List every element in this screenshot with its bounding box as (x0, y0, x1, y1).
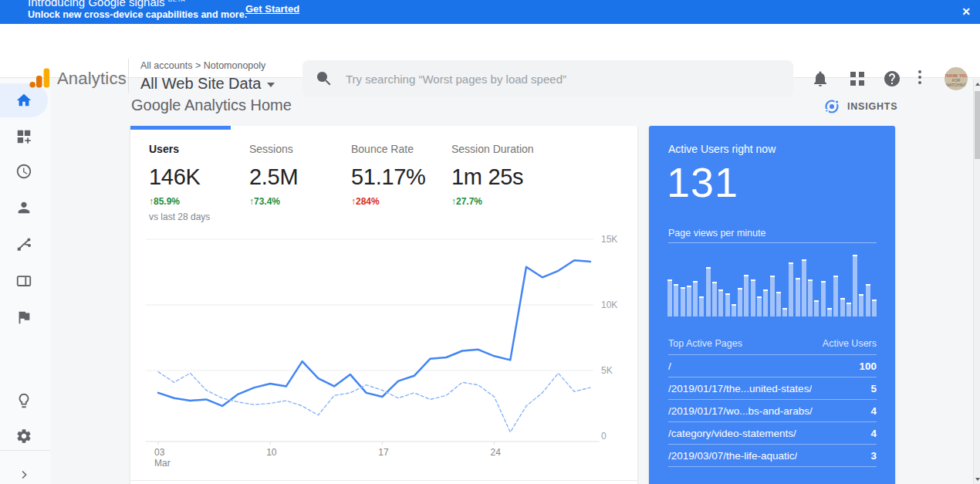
metric-delta: ↑73.4% (249, 196, 351, 207)
scrollbar-thumb[interactable] (975, 91, 980, 159)
sidebar-item-customization[interactable] (7, 120, 41, 154)
sidebar-collapse-button[interactable] (7, 458, 41, 484)
apps-grid-icon[interactable] (850, 72, 864, 86)
analytics-logo-icon[interactable] (28, 66, 51, 90)
metric-label: Bounce Rate (351, 143, 451, 155)
scroll-up-button[interactable] (974, 79, 980, 89)
metric-tab-bounce-rate[interactable]: Bounce Rate51.17%↑284% (351, 143, 451, 222)
page-path[interactable]: /category/video-statements/ (668, 428, 796, 439)
table-header: Top Active Pages Active Users (668, 333, 877, 354)
page-active-users: 4 (870, 428, 877, 439)
active-page-row[interactable]: /2019/03/07/the-life-aquatic/3 (668, 444, 877, 466)
pageviews-bar (782, 308, 787, 316)
more-options-icon[interactable] (918, 70, 921, 84)
sidebar-item-conversions-flag[interactable] (7, 300, 41, 334)
x-axis-tick-24: 24 (491, 447, 502, 458)
promo-subtitle: Unlock new cross-device capabilities and… (28, 9, 247, 20)
line-series-previous-period (158, 372, 590, 432)
sidebar-item-discover-lightbulb[interactable] (7, 384, 41, 418)
pageviews-bar (814, 300, 819, 316)
pageviews-bar (681, 287, 685, 316)
page-active-users: 5 (870, 383, 877, 394)
pageviews-bar (853, 255, 857, 316)
pageviews-bar (763, 289, 768, 316)
metric-delta: ↑85.9% (149, 196, 249, 207)
page-path[interactable]: / (668, 360, 671, 372)
metric-delta: ↑27.7% (451, 196, 575, 207)
breadcrumb-account[interactable]: Notomonopoly (204, 60, 266, 71)
metric-value: 51.17% (351, 164, 451, 190)
active-users-count: 131 (667, 158, 738, 206)
page-path[interactable]: /2019/01/17/the...united-states/ (668, 383, 812, 394)
search-input[interactable] (346, 73, 781, 86)
search-bar[interactable] (302, 60, 793, 97)
vertical-scrollbar[interactable] (973, 79, 980, 484)
insights-icon (823, 97, 841, 116)
pageviews-bar (693, 281, 698, 316)
pageviews-bar (738, 288, 742, 316)
metric-tab-sessions[interactable]: Sessions2.5M↑73.4% (249, 143, 351, 222)
help-icon[interactable] (883, 69, 901, 91)
metric-tab-users[interactable]: Users146K↑85.9%vs last 28 days (149, 143, 249, 222)
triangle-down-icon (975, 478, 980, 481)
table-rows-mount: /100/2019/01/17/the...united-states/5/20… (668, 354, 877, 466)
insights-label: INSIGHTS (847, 101, 897, 112)
sidebar-item-behavior-window[interactable] (7, 264, 41, 298)
pageviews-bar (821, 281, 826, 316)
page-path[interactable]: /2019/03/07/the-life-aquatic/ (668, 450, 797, 462)
breadcrumb-all-accounts[interactable]: All accounts (140, 60, 192, 71)
pageviews-bar (732, 304, 736, 316)
product-name: Analytics (57, 69, 127, 89)
pageviews-bar (718, 289, 723, 316)
metric-value: 146K (149, 164, 249, 190)
close-icon[interactable]: ✕ (958, 4, 974, 19)
card-footer-divider (130, 480, 637, 481)
active-page-row[interactable]: /category/video-statements/4 (668, 421, 877, 444)
metric-value: 1m 25s (451, 164, 575, 190)
metric-tab-session-duration[interactable]: Session Duration1m 25s↑27.7% (451, 143, 575, 222)
compare-period-label: vs last 28 days (149, 212, 249, 222)
pageviews-bar (796, 278, 800, 316)
promo-title: Introducing Google signals BETA (28, 0, 185, 8)
x-axis-tick-03: 03 (154, 447, 165, 458)
pageviews-bar (872, 300, 877, 316)
active-page-row[interactable]: /100 (668, 354, 877, 377)
top-active-pages-table: Top Active Pages Active Users /100/2019/… (668, 333, 877, 467)
insights-button[interactable]: INSIGHTS (823, 96, 897, 117)
y-axis-tick-10K: 10K (601, 300, 617, 310)
pageviews-bar (751, 279, 755, 316)
sidebar-item-acquisition-network[interactable] (7, 228, 41, 262)
pageviews-bar (789, 262, 793, 316)
y-axis-tick-15K: 15K (601, 234, 617, 245)
page-active-users: 100 (859, 360, 877, 372)
view-selector[interactable]: All Web Site Data (140, 75, 275, 93)
scroll-down-button[interactable] (974, 474, 980, 484)
active-page-row[interactable]: /2019/01/17/wo...bs-and-arabs/4 (668, 399, 877, 421)
search-icon (315, 69, 333, 88)
users-line-chart: 15K10K5K003Mar101724 (137, 232, 637, 469)
pageviews-bar (847, 303, 851, 316)
table-end-divider (668, 466, 877, 467)
avatar[interactable]: THANK YOU FOR WATCHING (945, 67, 968, 90)
active-page-row[interactable]: /2019/01/17/the...united-states/5 (668, 377, 877, 399)
pageviews-bar (833, 276, 838, 316)
get-started-link[interactable]: Get Started (245, 3, 299, 15)
page-path[interactable]: /2019/01/17/wo...bs-and-arabs/ (668, 405, 813, 417)
pageviews-bar (687, 286, 691, 316)
pageviews-bar (706, 267, 711, 316)
realtime-clock-icon (15, 163, 32, 180)
sidebar-item-audience-person[interactable] (7, 191, 41, 225)
sidebar-item-admin-gear[interactable] (7, 419, 41, 453)
home-icon (15, 92, 32, 109)
metric-label: Sessions (249, 143, 351, 155)
audience-person-icon (15, 199, 32, 216)
metric-delta: ↑284% (351, 196, 451, 207)
sidebar-item-realtime-clock[interactable] (7, 154, 41, 188)
notifications-bell-icon[interactable] (811, 69, 830, 91)
pageviews-bar (712, 282, 717, 316)
discover-lightbulb-icon (15, 392, 32, 409)
view-selector-label: All Web Site Data (140, 75, 261, 93)
google-analytics-home: Introducing Google signals BETA Unlock n… (0, 0, 980, 484)
col-active-users: Active Users (823, 338, 877, 349)
breadcrumb[interactable]: All accounts > Notomonopoly (140, 60, 265, 71)
